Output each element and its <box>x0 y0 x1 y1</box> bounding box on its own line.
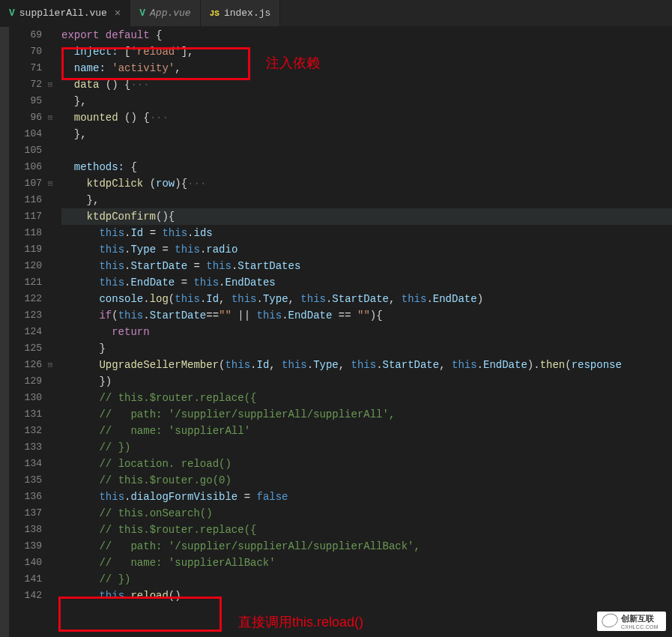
code-line[interactable]: console.log(this.Id, this.Type, this.Sta… <box>61 291 672 307</box>
fold-spacer <box>43 274 57 291</box>
code-line[interactable]: mounted () {··· <box>61 109 672 126</box>
code-line[interactable]: }, <box>61 93 672 109</box>
code-line[interactable]: // this.onSearch() <box>61 505 672 522</box>
fold-icon[interactable]: ⊞ <box>43 357 57 373</box>
code-area[interactable]: export default { inject: ['reload'], nam… <box>57 27 672 637</box>
code-line[interactable]: if(this.StartDate=="" || this.EndDate ==… <box>61 307 672 324</box>
line-number[interactable]: 105 <box>9 142 42 159</box>
tab-supplierAll-vue[interactable]: VsupplierAll.vue× <box>0 0 130 26</box>
code-line[interactable]: }, <box>61 126 672 142</box>
code-line[interactable]: name: 'activity', <box>61 60 672 76</box>
line-number[interactable]: 120 <box>9 258 42 274</box>
code-line[interactable]: }) <box>61 373 672 390</box>
code-line[interactable]: this.StartDate = this.StartDates <box>61 258 672 274</box>
line-number[interactable]: 133 <box>9 439 42 456</box>
fold-spacer <box>43 555 57 571</box>
line-number[interactable]: 141 <box>9 571 42 588</box>
code-line[interactable]: // name: 'supplierAllBack' <box>61 555 672 571</box>
line-number[interactable]: 126 <box>9 357 42 373</box>
line-number[interactable]: 118 <box>9 225 42 241</box>
code-line[interactable]: // }) <box>61 439 672 456</box>
code-line[interactable]: } <box>61 340 672 357</box>
line-number[interactable]: 121 <box>9 274 42 291</box>
line-number[interactable]: 119 <box>9 241 42 258</box>
editor-body: 6970717295961041051061071161171181191201… <box>0 27 672 637</box>
code-line[interactable]: // this.$router.replace({ <box>61 522 672 538</box>
code-line[interactable]: this.Id = this.ids <box>61 225 672 241</box>
fold-spacer <box>43 43 57 60</box>
line-number[interactable]: 72 <box>9 76 42 93</box>
tab-App-vue[interactable]: VApp.vue <box>130 0 200 26</box>
js-icon: JS <box>210 9 220 18</box>
fold-spacer <box>43 307 57 324</box>
code-line[interactable]: this.Type = this.radio <box>61 241 672 258</box>
line-number[interactable]: 107 <box>9 175 42 192</box>
code-line[interactable]: // location. reload() <box>61 456 672 472</box>
code-line[interactable]: // path: '/supplier/supplierAll/supplier… <box>61 538 672 555</box>
code-line[interactable]: // path: '/supplier/supplierAll/supplier… <box>61 406 672 423</box>
code-line[interactable]: inject: ['reload'], <box>61 43 672 60</box>
code-line[interactable]: }, <box>61 192 672 208</box>
tab-label: supplierAll.vue <box>19 7 107 19</box>
line-number[interactable]: 95 <box>9 93 42 109</box>
line-number[interactable]: 131 <box>9 406 42 423</box>
code-line[interactable]: ktdpClick (row){··· <box>61 175 672 192</box>
code-line[interactable]: methods: { <box>61 159 672 175</box>
line-number[interactable]: 132 <box>9 423 42 439</box>
code-line[interactable]: this.EndDate = this.EndDates <box>61 274 672 291</box>
line-number[interactable]: 104 <box>9 126 42 142</box>
fold-spacer <box>43 522 57 538</box>
fold-spacer <box>43 291 57 307</box>
code-line[interactable]: UpgradeSellerMember(this.Id, this.Type, … <box>61 357 672 373</box>
fold-icon[interactable]: ⊞ <box>43 175 57 192</box>
code-line[interactable]: // name: 'supplierAll' <box>61 423 672 439</box>
line-number[interactable]: 96 <box>9 109 42 126</box>
line-number[interactable]: 70 <box>9 43 42 60</box>
line-number[interactable]: 139 <box>9 538 42 555</box>
code-line[interactable]: this.reload() <box>61 588 672 604</box>
fold-spacer <box>43 423 57 439</box>
close-icon[interactable]: × <box>115 7 121 19</box>
line-number[interactable]: 130 <box>9 390 42 406</box>
code-line[interactable]: // this.$router.go(0) <box>61 472 672 489</box>
line-number[interactable]: 137 <box>9 505 42 522</box>
line-number[interactable]: 71 <box>9 60 42 76</box>
fold-spacer <box>43 588 57 604</box>
line-number[interactable]: 125 <box>9 340 42 357</box>
line-number[interactable]: 140 <box>9 555 42 571</box>
tab-index-js[interactable]: JSindex.js <box>201 0 281 26</box>
fold-spacer <box>43 241 57 258</box>
line-number[interactable]: 136 <box>9 489 42 505</box>
line-number[interactable]: 123 <box>9 307 42 324</box>
activity-strip <box>0 27 9 637</box>
fold-icon[interactable]: ⊞ <box>43 109 57 126</box>
fold-icon[interactable]: ⊞ <box>43 76 57 93</box>
line-number[interactable]: 116 <box>9 192 42 208</box>
fold-spacer <box>43 192 57 208</box>
line-number[interactable]: 124 <box>9 324 42 340</box>
line-number[interactable]: 138 <box>9 522 42 538</box>
watermark-sub: CXHLCC.COM <box>621 624 659 630</box>
code-line[interactable]: data () {··· <box>61 76 672 93</box>
vue-icon: V <box>9 7 15 19</box>
fold-spacer <box>43 225 57 241</box>
line-number[interactable]: 134 <box>9 456 42 472</box>
line-number[interactable]: 122 <box>9 291 42 307</box>
code-line[interactable]: // }) <box>61 571 672 588</box>
line-number[interactable]: 69 <box>9 27 42 43</box>
code-line[interactable]: this.dialogFormVisible = false <box>61 489 672 505</box>
watermark-main: 创新互联 <box>621 613 659 624</box>
code-line[interactable]: // this.$router.replace({ <box>61 390 672 406</box>
line-number[interactable]: 106 <box>9 159 42 175</box>
line-number[interactable]: 129 <box>9 373 42 390</box>
gutter: 6970717295961041051061071161171181191201… <box>9 27 57 637</box>
code-line[interactable]: return <box>61 324 672 340</box>
tab-label: index.js <box>224 7 270 19</box>
line-number[interactable]: 135 <box>9 472 42 489</box>
line-number[interactable]: 117 <box>9 208 42 225</box>
code-line[interactable]: export default { <box>61 27 672 43</box>
code-line[interactable] <box>61 142 672 159</box>
code-line[interactable]: ktdpConfirm(){ <box>61 208 672 225</box>
line-number[interactable]: 142 <box>9 588 42 604</box>
fold-gutter: ⊞⊞⊞⊞ <box>43 27 57 637</box>
